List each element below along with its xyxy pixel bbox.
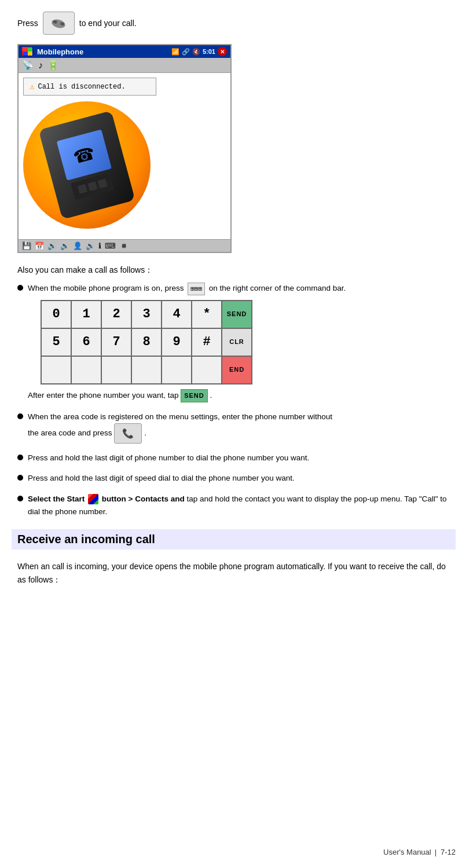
bullet1-tap-text: After enter the phone number you want, t… xyxy=(28,391,181,400)
incoming-call-text: When an call is incoming, your device op… xyxy=(17,560,456,586)
signal2-icon: 📡 xyxy=(22,60,34,71)
phone-bottom-bar: 💾 📅 🔊 🔉 👤 🔊 ℹ ⌨ ◾ xyxy=(19,239,230,252)
keypad-table: 0 1 2 3 4 * SEND 5 6 7 8 9 # xyxy=(41,300,252,384)
phone-screen-mockup: Mobilephone 📶 🔗 🔇 5:01 ✕ 📡 ♪ 🔋 ⚠ Call is… xyxy=(17,44,232,253)
key-5: 5 xyxy=(41,328,71,356)
key-blank-3 xyxy=(101,356,131,384)
volume-icon: 🔇 xyxy=(192,48,200,56)
bottom-icon-3: 🔊 xyxy=(47,241,57,250)
key-blank-5 xyxy=(162,356,192,384)
bullet-dot-5 xyxy=(17,496,23,501)
key-9: 9 xyxy=(162,328,192,356)
bottom-icon-8: ⌨ xyxy=(105,241,116,250)
bottom-icon-7: ℹ xyxy=(98,241,101,250)
key-blank-1 xyxy=(41,356,71,384)
footer-divider xyxy=(435,849,436,856)
key-blank-6 xyxy=(192,356,222,384)
key-blank-2 xyxy=(71,356,101,384)
list-item-5-text: Select the Start button > Contacts and t… xyxy=(28,493,456,518)
bullet2-text1: When the area code is registered on the … xyxy=(28,412,332,421)
close-button[interactable]: ✕ xyxy=(218,47,227,56)
press-suffix: to end your call. xyxy=(79,19,137,28)
bullet2-period: . xyxy=(144,428,146,437)
music-icon: ♪ xyxy=(38,60,43,71)
bullet1-after: on the right corner of the command bar. xyxy=(209,284,346,292)
phone-call-icon: 📞 xyxy=(114,423,142,444)
list-item-3: Press and hold the last digit of phone n… xyxy=(17,452,456,464)
press-text: Press xyxy=(17,19,38,28)
titlebar-status-icons: 📶 🔗 🔇 5:01 ✕ xyxy=(171,47,227,56)
start-menu-icon xyxy=(88,494,98,504)
network-icon: 🔗 xyxy=(182,48,190,56)
send-key[interactable]: SEND xyxy=(222,301,252,328)
bottom-icon-5: 👤 xyxy=(73,241,82,250)
bullet3-text: Press and hold the last digit of phone n… xyxy=(28,452,309,464)
footer-label: User's Manual xyxy=(383,848,431,856)
list-item-5: Select the Start button > Contacts and t… xyxy=(17,493,456,518)
list-item-4: Press and hold the last digit of speed d… xyxy=(17,472,456,485)
key-4: 4 xyxy=(162,301,192,328)
svg-rect-5 xyxy=(23,52,28,56)
bullet-dot-1 xyxy=(17,285,23,291)
list-item-2: When the area code is registered on the … xyxy=(17,411,456,444)
bullet2-text2: the area code and press xyxy=(28,428,112,437)
page-footer: User's Manual 7-12 xyxy=(383,848,456,856)
inner-phone-graphic: ☎ xyxy=(39,111,135,219)
bullet1-before: When the mobile phone program is on, pre… xyxy=(28,284,184,292)
select-start-label: Select the Start xyxy=(28,495,87,503)
start-button-icon xyxy=(22,47,34,56)
bottom-icon-9: ◾ xyxy=(119,241,129,250)
key-blank-4 xyxy=(131,356,162,384)
bottom-icon-2: 📅 xyxy=(35,241,44,250)
bottom-icon-6: 🔊 xyxy=(86,241,95,250)
button-contacts-label: button > Contacts and xyxy=(102,495,187,503)
key-3: 3 xyxy=(131,301,162,328)
grid-icon: ⊞⊞⊞ xyxy=(188,283,205,295)
signal-icon: 📶 xyxy=(171,48,179,56)
phone-graphic-area: ☎ xyxy=(23,101,226,229)
key-2: 2 xyxy=(101,301,131,328)
section-header-text: Receive an incoming call xyxy=(17,533,155,545)
bottom-icon-1: 💾 xyxy=(22,241,31,250)
svg-rect-4 xyxy=(28,47,32,52)
key-6: 6 xyxy=(71,328,101,356)
key-star: * xyxy=(192,301,222,328)
end-key[interactable]: END xyxy=(222,356,252,384)
disconnected-text: Call is disconnected. xyxy=(38,83,125,91)
key-7: 7 xyxy=(101,328,131,356)
key-1: 1 xyxy=(71,301,101,328)
receive-call-section-header: Receive an incoming call xyxy=(12,529,456,550)
bullet-dot-2 xyxy=(17,413,23,419)
clr-key[interactable]: CLR xyxy=(222,328,252,356)
list-item-2-text: When the area code is registered on the … xyxy=(28,411,332,444)
bullet-dot-4 xyxy=(17,475,23,481)
key-hash: # xyxy=(192,328,222,356)
bullet-dot-3 xyxy=(17,455,23,460)
phone-titlebar: Mobilephone 📶 🔗 🔇 5:01 ✕ xyxy=(19,45,230,58)
bottom-icon-4: 🔉 xyxy=(60,241,69,250)
orange-circle-graphic: ☎ xyxy=(23,101,151,229)
phone-body: ⚠ Call is disconnected. ☎ xyxy=(19,73,230,239)
battery-icon: 🔋 xyxy=(47,60,59,71)
footer-page: 7-12 xyxy=(441,848,456,856)
phone-secondary-toolbar: 📡 ♪ 🔋 xyxy=(19,58,230,73)
press-line: Press to end your call. xyxy=(17,12,456,35)
titlebar-app-name: Mobilephone xyxy=(37,47,168,56)
keypad-graphic: 0 1 2 3 4 * SEND 5 6 7 8 9 # xyxy=(41,300,346,384)
list-item-1-text: When the mobile phone program is on, pre… xyxy=(28,282,346,402)
clock: 5:01 xyxy=(203,48,215,55)
bullet1-period: . xyxy=(210,391,212,400)
svg-rect-6 xyxy=(28,52,32,56)
end-call-icon xyxy=(43,12,75,35)
list-item-1: When the mobile phone program is on, pre… xyxy=(17,282,456,402)
send-inline-button: SEND xyxy=(181,389,208,403)
key-0: 0 xyxy=(41,301,71,328)
also-section-text: Also you can make a call as follows： xyxy=(17,263,456,276)
inner-screen: ☎ xyxy=(57,129,112,180)
warning-icon: ⚠ xyxy=(30,82,34,91)
svg-rect-3 xyxy=(23,47,28,52)
key-8: 8 xyxy=(131,328,162,356)
bullet4-text: Press and hold the last digit of speed d… xyxy=(28,472,295,485)
disconnected-message-box: ⚠ Call is disconnected. xyxy=(23,78,156,96)
bullet-list: When the mobile phone program is on, pre… xyxy=(17,282,456,518)
